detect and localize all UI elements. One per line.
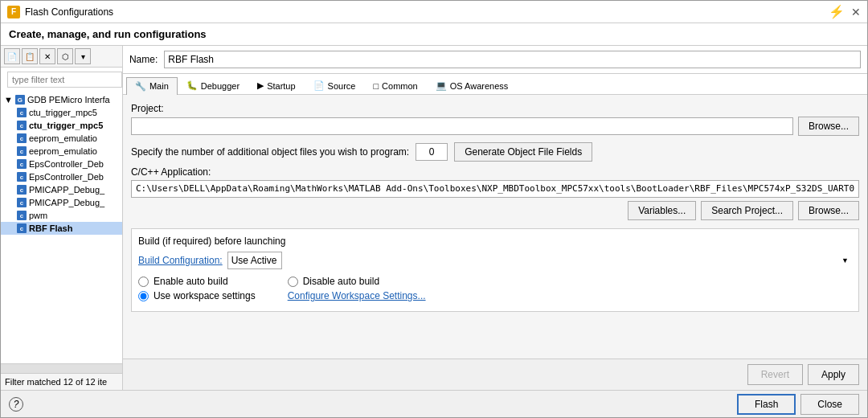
item-label: ctu_trigger_mpc5 (29, 108, 97, 117)
tab-os-awareness[interactable]: 💻 OS Awareness (427, 76, 518, 94)
tabs-bar: 🔧 Main 🐛 Debugger ▶ Startup 📄 Source □ (123, 74, 867, 95)
cpp-app-row: C/C++ Application: C:\Users\DELL\AppData… (131, 166, 859, 220)
disable-auto-build-label: Disable auto build (303, 276, 379, 287)
left-panel: 📄 📋 ✕ ⬡ ▾ ▼ G GDB PEMicro Interfa c (1, 46, 123, 390)
tree-group-label[interactable]: ▼ G GDB PEMicro Interfa (1, 93, 122, 106)
copy-config-button[interactable]: 📋 (22, 48, 38, 64)
item-icon: c (17, 133, 27, 143)
footer-left: ? (9, 397, 23, 412)
item-icon: c (17, 159, 27, 169)
enable-auto-build-label: Enable auto build (154, 276, 228, 287)
filter-button[interactable]: ⬡ (57, 48, 73, 64)
tab-debugger[interactable]: 🐛 Debugger (178, 76, 248, 94)
name-row: Name: (123, 46, 867, 74)
list-item[interactable]: c ctu_trigger_mpc5 (1, 119, 122, 132)
tab-common[interactable]: □ Common (364, 77, 426, 94)
flash-configurations-window: F Flash Configurations ⚡ ✕ Create, manag… (0, 0, 868, 418)
browse-project-button[interactable]: Browse... (798, 117, 859, 136)
item-icon: c (17, 172, 27, 182)
use-workspace-radio[interactable] (138, 291, 149, 301)
item-icon: c (17, 198, 27, 207)
item-label: RBF Flash (29, 223, 72, 233)
cpp-app-label: C/C++ Application: (131, 166, 859, 178)
list-item[interactable]: c EpsController_Deb (1, 170, 122, 183)
generate-fields-button[interactable]: Generate Object File Fields (454, 142, 592, 162)
tab-common-label: Common (382, 81, 418, 91)
list-item[interactable]: c eeprom_emulatio (1, 145, 122, 158)
footer-right: Flash Close (737, 394, 859, 415)
variables-button[interactable]: Variables... (628, 201, 696, 220)
bottom-buttons: Revert Apply (123, 359, 867, 390)
tab-os-label: OS Awareness (450, 81, 509, 91)
project-input[interactable] (131, 117, 793, 135)
use-workspace-label: Use workspace settings (154, 290, 256, 301)
use-workspace-row: Use workspace settings (138, 290, 256, 301)
list-item[interactable]: c eeprom_emulatio (1, 132, 122, 145)
title-bar-left: F Flash Configurations (7, 6, 113, 18)
disable-auto-build-radio[interactable] (288, 277, 298, 287)
subtitle: Create, manage, and run configurations (1, 23, 867, 46)
build-section-title: Build (if required) before launching (138, 236, 852, 247)
main-content: 📄 📋 ✕ ⬡ ▾ ▼ G GDB PEMicro Interfa c (1, 46, 867, 390)
project-browse-row: Browse... (131, 117, 859, 136)
dropdown-button[interactable]: ▾ (75, 48, 91, 64)
configuration-tree: ▼ G GDB PEMicro Interfa c ctu_trigger_mp… (1, 92, 122, 363)
radio-columns: Enable auto build Use workspace settings… (138, 276, 852, 305)
item-icon: c (17, 223, 27, 233)
item-icon: c (17, 211, 27, 220)
configure-workspace-link[interactable]: Configure Workspace Settings... (288, 290, 426, 301)
flash-button[interactable]: Flash (737, 394, 796, 415)
tab-source-label: Source (328, 81, 356, 91)
common-tab-icon: □ (373, 81, 379, 91)
name-input[interactable] (164, 51, 861, 68)
help-icon[interactable]: ? (9, 397, 23, 412)
search-project-button[interactable]: Search Project... (701, 201, 793, 220)
delete-config-button[interactable]: ✕ (39, 48, 55, 64)
item-label: PMICAPP_Debug_ (29, 198, 104, 207)
left-toolbar: 📄 📋 ✕ ⬡ ▾ (1, 46, 122, 68)
window-title: Flash Configurations (25, 6, 113, 18)
build-config-link[interactable]: Build Configuration: (138, 255, 223, 266)
item-icon: c (17, 185, 27, 195)
lightning-icon: ⚡ (829, 4, 845, 19)
list-item[interactable]: c ctu_trigger_mpc5 (1, 106, 122, 119)
close-button[interactable]: Close (800, 394, 859, 415)
enable-auto-build-radio[interactable] (138, 277, 149, 287)
browse-app-button[interactable]: Browse... (798, 201, 859, 220)
debugger-tab-icon: 🐛 (186, 80, 198, 91)
filter-area (1, 68, 122, 92)
apply-button[interactable]: Apply (808, 364, 859, 385)
cpp-app-path: C:\Users\DELL\AppData\Roaming\MathWorks\… (131, 180, 859, 198)
new-config-button[interactable]: 📄 (4, 48, 20, 64)
right-radio-col: Disable auto build Configure Workspace S… (288, 276, 426, 305)
item-label: ctu_trigger_mpc5 (29, 121, 103, 130)
os-tab-icon: 💻 (436, 80, 447, 91)
obj-files-input[interactable] (416, 143, 448, 161)
gdb-icon: G (15, 95, 25, 104)
tab-source[interactable]: 📄 Source (305, 76, 365, 94)
list-item[interactable]: c PMICAPP_Debug_ (1, 196, 122, 209)
item-label: PMICAPP_Debug_ (29, 185, 104, 195)
tab-main[interactable]: 🔧 Main (126, 77, 178, 95)
expand-icon: ▼ (4, 95, 13, 104)
build-config-row: Build Configuration: Use Active (138, 252, 852, 269)
list-item-rbf-flash[interactable]: c RBF Flash (1, 222, 122, 235)
window-close-button[interactable]: ✕ (851, 6, 861, 18)
tree-group-gdb: ▼ G GDB PEMicro Interfa c ctu_trigger_mp… (1, 93, 122, 235)
filter-input[interactable] (7, 72, 122, 88)
list-item[interactable]: c PMICAPP_Debug_ (1, 183, 122, 196)
item-icon: c (17, 146, 27, 156)
filter-status: Filter matched 12 of 12 ite (1, 373, 122, 390)
list-item[interactable]: c EpsController_Deb (1, 158, 122, 170)
tab-startup[interactable]: ▶ Startup (248, 76, 304, 94)
source-tab-icon: 📄 (313, 80, 325, 91)
revert-button[interactable]: Revert (747, 364, 803, 385)
build-config-select-wrapper: Use Active (227, 252, 852, 269)
list-item[interactable]: c pwm (1, 209, 122, 222)
cpp-btn-row: Variables... Search Project... Browse... (131, 201, 859, 220)
build-config-select[interactable]: Use Active (227, 252, 282, 269)
horizontal-scrollbar[interactable] (1, 363, 122, 373)
configure-workspace-row: Configure Workspace Settings... (288, 290, 426, 301)
project-label: Project: (131, 103, 859, 114)
obj-files-label: Specify the number of additional object … (131, 146, 409, 158)
